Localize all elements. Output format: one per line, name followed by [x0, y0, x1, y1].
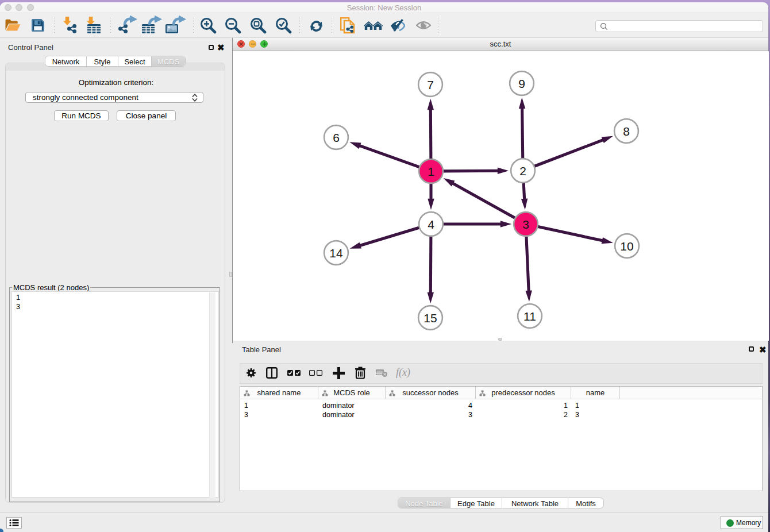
svg-text:1: 1 [428, 165, 434, 178]
svg-text:9: 9 [518, 77, 525, 90]
svg-text:7: 7 [427, 78, 434, 91]
svg-text:10: 10 [620, 240, 633, 253]
svg-text:4: 4 [428, 218, 434, 231]
svg-text:11: 11 [523, 310, 536, 323]
svg-text:6: 6 [333, 131, 340, 144]
svg-text:2: 2 [519, 164, 526, 178]
svg-text:f(x): f(x) [396, 367, 410, 379]
svg-text:8: 8 [623, 125, 630, 138]
svg-text:15: 15 [424, 311, 437, 325]
svg-text:14: 14 [329, 246, 343, 260]
svg-text:3: 3 [522, 218, 529, 231]
